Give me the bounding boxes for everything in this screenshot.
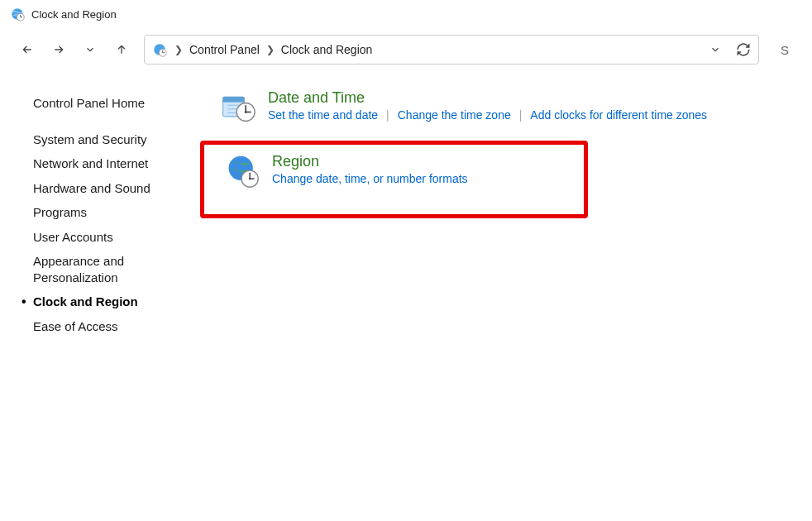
sidebar-item-appearance[interactable]: Appearance and Personalization: [33, 249, 190, 289]
chevron-right-icon[interactable]: ❯: [173, 44, 184, 55]
navigation-buttons: [20, 42, 129, 57]
sidebar-home[interactable]: Control Panel Home: [33, 91, 190, 116]
window-title: Clock and Region: [31, 8, 117, 21]
link-separator: |: [378, 108, 398, 122]
region-icon: [224, 153, 260, 189]
back-button[interactable]: [20, 42, 35, 57]
content-area: Control Panel Home System and Security N…: [0, 74, 812, 338]
refresh-button[interactable]: [735, 41, 752, 58]
link-separator: |: [511, 108, 531, 122]
chevron-right-icon[interactable]: ❯: [265, 44, 276, 55]
category-title-region[interactable]: Region: [272, 153, 468, 170]
sidebar-item-user-accounts[interactable]: User Accounts: [33, 225, 190, 250]
svg-rect-9: [223, 97, 245, 102]
category-date-and-time: Date and Time Set the time and date | Ch…: [215, 83, 787, 132]
clock-region-icon: [10, 7, 25, 22]
link-add-clocks[interactable]: Add clocks for different time zones: [530, 108, 707, 122]
main-panel: Date and Time Set the time and date | Ch…: [207, 83, 812, 338]
sidebar-item-programs[interactable]: Programs: [33, 200, 190, 225]
sidebar-item-hardware-sound[interactable]: Hardware and Sound: [33, 176, 190, 201]
recent-dropdown[interactable]: [83, 42, 98, 57]
sidebar-item-system-security[interactable]: System and Security: [33, 127, 190, 152]
link-set-time-date[interactable]: Set the time and date: [268, 108, 378, 122]
category-region-highlighted: Region Change date, time, or number form…: [200, 141, 588, 218]
search-button[interactable]: S: [774, 35, 795, 65]
link-change-formats[interactable]: Change date, time, or number formats: [272, 172, 468, 185]
svg-point-16: [245, 111, 247, 113]
address-dropdown-icon[interactable]: [707, 41, 724, 58]
svg-point-21: [249, 178, 251, 179]
link-change-time-zone[interactable]: Change the time zone: [398, 108, 511, 122]
titlebar: Clock and Region: [0, 0, 812, 28]
breadcrumb-control-panel[interactable]: Control Panel: [189, 43, 260, 56]
sidebar-item-ease-of-access[interactable]: Ease of Access: [33, 314, 190, 339]
forward-button[interactable]: [51, 42, 66, 57]
toolbar: ❯ Control Panel ❯ Clock and Region S: [0, 28, 812, 74]
breadcrumb-clock-region[interactable]: Clock and Region: [281, 43, 373, 56]
sidebar: Control Panel Home System and Security N…: [0, 83, 207, 338]
date-time-icon: [220, 89, 256, 126]
clock-region-icon: [151, 41, 168, 58]
category-title-date-time[interactable]: Date and Time: [268, 89, 782, 107]
up-button[interactable]: [114, 42, 129, 57]
sidebar-item-network-internet[interactable]: Network and Internet: [33, 151, 190, 176]
sidebar-item-clock-region[interactable]: Clock and Region: [33, 289, 190, 314]
address-bar[interactable]: ❯ Control Panel ❯ Clock and Region: [144, 35, 759, 65]
